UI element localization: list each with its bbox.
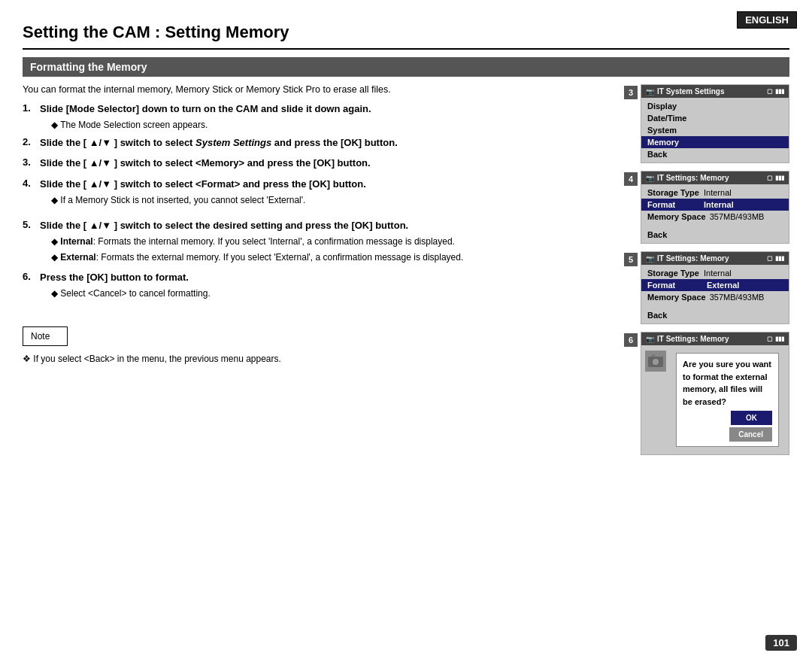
cam-symbol-icon <box>645 351 666 372</box>
panel-row-memory-hl: Memory <box>641 136 789 148</box>
screenshot-5-step-num: 5 <box>624 253 638 266</box>
title-divider <box>23 48 789 50</box>
screenshot-6: 📷 IT Settings: Memory ▢ ▮▮▮ <box>641 332 789 455</box>
screenshot-6-title: 📷 IT Settings: Memory <box>646 335 729 343</box>
intro-text: You can format the internal memory, Memo… <box>23 84 609 95</box>
page-title: Setting the CAM : Setting Memory <box>23 23 789 42</box>
external-text: : Formats the external memory. If you se… <box>96 252 464 263</box>
panel-row-datetime: Date/Time <box>641 112 789 124</box>
step-1-content: Slide [Mode Selector] down to turn on th… <box>40 102 609 132</box>
panel-row-storagetype-5: Storage Type Internal <box>641 267 789 279</box>
step-2-prefix: Slide the [ ▲/▼ ] switch to select <box>40 137 195 148</box>
note-footer: If you select <Back> in the menu, the pr… <box>23 354 609 364</box>
page-number: 101 <box>765 635 797 651</box>
page-container: ENGLISH Setting the CAM : Setting Memory… <box>0 0 812 662</box>
step-2-content: Slide the [ ▲/▼ ] switch to select Syste… <box>40 136 609 152</box>
step-2-text: Slide the [ ▲/▼ ] switch to select Syste… <box>40 136 609 150</box>
step-1-number: 1. <box>23 102 36 132</box>
dialog-buttons: OK Cancel <box>683 411 772 442</box>
step-4-sub: If a Memory Stick is not inserted, you c… <box>51 193 609 207</box>
screenshot-5-body: Storage Type Internal Format External Me… <box>641 265 789 323</box>
screenshot-6-wrapper: 6 📷 IT Settings: Memory ▢ ▮▮▮ <box>641 332 789 455</box>
step-4-number: 4. <box>23 178 36 207</box>
step-2-italic: System Settings <box>195 137 271 148</box>
step-5-content: Slide the [ ▲/▼ ] switch to select the d… <box>40 219 609 266</box>
panel-row-empty-5 <box>641 303 789 309</box>
screenshot-3-step-num: 3 <box>624 86 638 99</box>
panel-row-memspace-4: Memory Space 357MB/493MB <box>641 211 789 223</box>
screenshot-4-header: 📷 IT Settings: Memory ▢ ▮▮▮ <box>641 172 789 184</box>
screenshot-3-body: Display Date/Time System Memory Back <box>641 98 789 162</box>
screenshot-5-wrapper: 5 📷 IT Settings: Memory ▢ ▮▮▮ <box>641 251 789 324</box>
step-6-number: 6. <box>23 271 36 300</box>
step-2-number: 2. <box>23 136 36 152</box>
screenshot-4: 📷 IT Settings: Memory ▢ ▮▮▮ Storage Type… <box>641 171 789 244</box>
screenshot-6-icons: ▢ ▮▮▮ <box>767 336 784 342</box>
panel-row-empty-4 <box>641 223 789 229</box>
step-6-sub: Select <Cancel> to cancel formatting. <box>51 287 609 300</box>
right-screenshots: 3 📷 IT System Settings ▢ ▮▮▮ <box>624 84 789 455</box>
screenshot-6-body: Are you sure you want to format the exte… <box>641 345 789 454</box>
screenshot-5-icons: ▢ ▮▮▮ <box>767 255 784 262</box>
screenshot-4-step-num: 4 <box>624 172 638 186</box>
internal-label: Internal <box>60 236 92 247</box>
cam-icon-4: 📷 <box>646 175 654 182</box>
screenshot-3-wrapper: 3 📷 IT System Settings ▢ ▮▮▮ <box>641 84 789 163</box>
panel-row-display: Display <box>641 100 789 112</box>
step-3-text: Slide the [ ▲/▼ ] switch to select <Memo… <box>40 156 609 170</box>
screenshot-4-wrapper: 4 📷 IT Settings: Memory ▢ ▮▮▮ <box>641 171 789 244</box>
screenshot-5: 📷 IT Settings: Memory ▢ ▮▮▮ Storage Type… <box>641 251 789 324</box>
dialog-area: Are you sure you want to format the exte… <box>670 349 785 451</box>
panel-row-back-4: Back <box>641 229 789 241</box>
panel-row-format-5-hl: Format External <box>641 279 789 291</box>
screenshot-6-step-num: 6 <box>624 333 638 347</box>
screenshot-4-body: Storage Type Internal Format Internal Me… <box>641 184 789 243</box>
step-5-number: 5. <box>23 219 36 266</box>
step-5: 5. Slide the [ ▲/▼ ] switch to select th… <box>23 219 609 266</box>
section-header: Formatting the Memory <box>23 57 789 77</box>
screenshot-5-title: 📷 IT Settings: Memory <box>646 254 729 263</box>
panel-row-system: System <box>641 124 789 136</box>
step-1-sub: The Mode Selection screen appears. <box>51 118 609 132</box>
panel-row-format-4-hl: Format Internal <box>641 199 789 211</box>
cam-icon-6: 📷 <box>646 336 654 343</box>
svg-point-1 <box>653 359 659 365</box>
screenshot-5-header: 📷 IT Settings: Memory ▢ ▮▮▮ <box>641 252 789 265</box>
screenshot-3-icons: ▢ ▮▮▮ <box>767 88 784 95</box>
screenshot-3: 📷 IT System Settings ▢ ▮▮▮ Display <box>641 84 789 163</box>
panel-row-back-3: Back <box>641 148 789 160</box>
step-2: 2. Slide the [ ▲/▼ ] switch to select Sy… <box>23 136 609 152</box>
screenshot-4-icons: ▢ ▮▮▮ <box>767 175 784 181</box>
step-5-internal: Internal: Formats the internal memory. I… <box>51 235 609 248</box>
step-3-number: 3. <box>23 156 36 172</box>
step-4-text: Slide the [ ▲/▼ ] switch to select <Form… <box>40 178 609 191</box>
step-2-suffix: and press the [OK] button. <box>271 137 398 148</box>
cam-icon-5: 📷 <box>646 255 654 263</box>
main-layout: You can format the internal memory, Memo… <box>23 84 789 455</box>
step-3: 3. Slide the [ ▲/▼ ] switch to select <M… <box>23 156 609 172</box>
panel-row-memspace-5: Memory Space 357MB/493MB <box>641 291 789 303</box>
svg-rect-2 <box>652 354 655 357</box>
cam-icon-3: 📷 <box>646 88 654 96</box>
step-5-text: Slide the [ ▲/▼ ] switch to select the d… <box>40 219 609 232</box>
dialog-ok-button[interactable]: OK <box>731 411 772 425</box>
note-box: Note <box>23 326 68 346</box>
dialog-text: Are you sure you want to format the exte… <box>683 358 772 408</box>
note-section: Note If you select <Back> in the menu, t… <box>23 315 609 364</box>
step-1: 1. Slide [Mode Selector] down to turn on… <box>23 102 609 132</box>
dialog-cancel-button[interactable]: Cancel <box>729 427 772 442</box>
left-content: You can format the internal memory, Memo… <box>23 84 609 455</box>
step-5-external: External: Formats the external memory. I… <box>51 251 609 264</box>
step-6-content: Press the [OK] button to format. Select … <box>40 271 609 300</box>
screenshot-3-header: 📷 IT System Settings ▢ ▮▮▮ <box>641 85 789 98</box>
external-label: External <box>60 252 95 263</box>
step-3-content: Slide the [ ▲/▼ ] switch to select <Memo… <box>40 156 609 172</box>
language-badge: ENGLISH <box>737 11 797 29</box>
screenshot-6-header: 📷 IT Settings: Memory ▢ ▮▮▮ <box>641 333 789 345</box>
internal-text: : Formats the internal memory. If you se… <box>93 236 455 247</box>
panel-row-storagetype-4: Storage Type Internal <box>641 187 789 199</box>
panel-row-back-5: Back <box>641 309 789 321</box>
step-4: 4. Slide the [ ▲/▼ ] switch to select <F… <box>23 178 609 207</box>
screenshot-4-title: 📷 IT Settings: Memory <box>646 174 729 182</box>
step-6-text: Press the [OK] button to format. <box>40 271 609 284</box>
